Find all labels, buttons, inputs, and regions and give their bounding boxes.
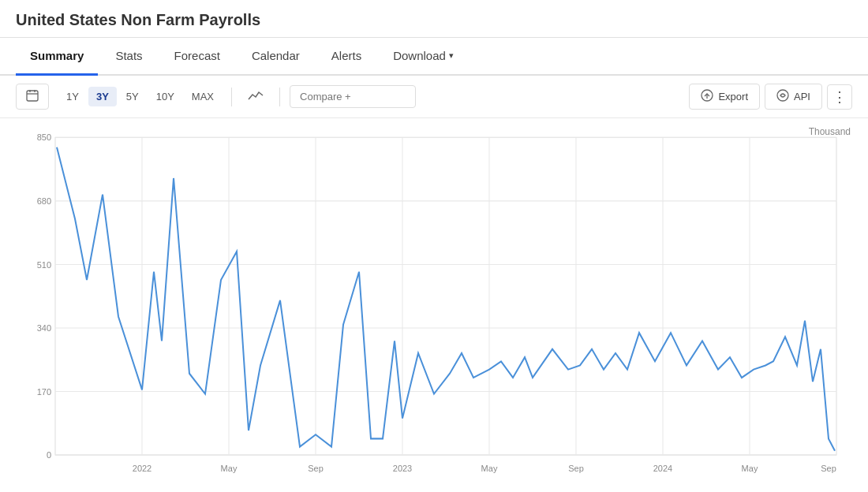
tab-alerts[interactable]: Alerts — [317, 38, 376, 76]
compare-input[interactable] — [290, 85, 416, 108]
svg-text:2023: 2023 — [393, 464, 412, 473]
api-label: API — [794, 91, 810, 102]
svg-text:170: 170 — [37, 386, 51, 396]
chart-svg: 850 680 510 340 170 0 2022 May Sep 2023 … — [16, 129, 852, 479]
export-label: Export — [718, 91, 748, 102]
range-group: 1Y 3Y 5Y 10Y MAX — [58, 87, 222, 106]
tabs-bar: Summary Stats Forecast Calendar Alerts D… — [0, 38, 868, 76]
chart-area: Thousand 850 680 510 340 — [0, 118, 868, 492]
tab-download[interactable]: Download ▾ — [379, 38, 468, 76]
more-icon: ⋮ — [832, 88, 847, 106]
range-max[interactable]: MAX — [184, 87, 222, 106]
svg-text:850: 850 — [37, 132, 51, 142]
export-button[interactable]: Export — [689, 84, 760, 110]
range-10y[interactable]: 10Y — [148, 87, 182, 106]
svg-text:2024: 2024 — [653, 464, 672, 473]
range-3y[interactable]: 3Y — [88, 87, 117, 106]
svg-point-6 — [777, 90, 788, 101]
toolbar-separator-1 — [231, 88, 232, 106]
api-icon — [776, 89, 789, 104]
line-chart-icon — [248, 89, 264, 104]
svg-text:May: May — [481, 464, 498, 473]
range-5y[interactable]: 5Y — [118, 87, 147, 106]
svg-text:340: 340 — [37, 323, 51, 333]
toolbar: 1Y 3Y 5Y 10Y MAX Export — [0, 76, 868, 118]
svg-text:Sep: Sep — [821, 464, 836, 473]
svg-rect-0 — [27, 91, 38, 101]
api-button[interactable]: API — [765, 84, 822, 110]
svg-text:Sep: Sep — [308, 464, 324, 473]
calendar-button[interactable] — [16, 84, 49, 110]
tab-summary[interactable]: Summary — [16, 38, 98, 76]
svg-text:510: 510 — [37, 259, 51, 269]
svg-text:0: 0 — [47, 450, 51, 460]
svg-text:May: May — [221, 464, 238, 473]
chart-container: 850 680 510 340 170 0 2022 May Sep 2023 … — [16, 129, 852, 479]
tab-stats[interactable]: Stats — [101, 38, 156, 76]
chart-type-button[interactable] — [241, 86, 270, 107]
tab-calendar[interactable]: Calendar — [238, 38, 314, 76]
range-1y[interactable]: 1Y — [58, 87, 87, 106]
page-title: United States Non Farm Payrolls — [0, 0, 868, 38]
toolbar-separator-2 — [279, 88, 280, 106]
svg-text:680: 680 — [37, 196, 51, 206]
tab-forecast[interactable]: Forecast — [160, 38, 234, 76]
export-icon — [701, 89, 713, 104]
svg-text:May: May — [742, 464, 758, 473]
svg-text:Sep: Sep — [568, 464, 584, 473]
calendar-icon — [26, 89, 39, 104]
svg-text:2022: 2022 — [133, 464, 152, 473]
chevron-down-icon: ▾ — [449, 50, 454, 61]
more-button[interactable]: ⋮ — [827, 84, 852, 110]
tab-download-label: Download — [393, 49, 446, 62]
